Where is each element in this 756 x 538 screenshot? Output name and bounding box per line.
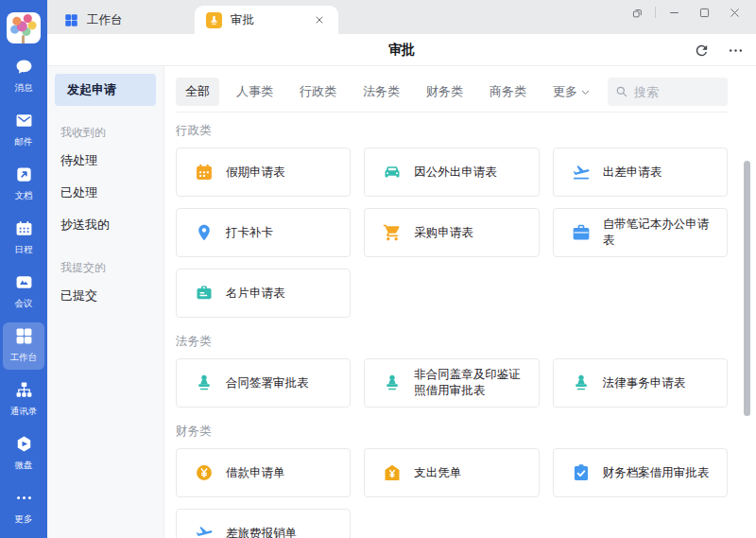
rail-item-more[interactable]: 更多	[3, 484, 44, 531]
app-window: 消息 邮件 文档 日程 会议 工作台 通讯录 微盘	[0, 0, 756, 538]
approval-stamp-icon	[206, 12, 222, 28]
form-card-label: 名片申请表	[226, 286, 285, 302]
form-card-label: 借款申请单	[226, 465, 285, 481]
car-icon	[383, 163, 402, 182]
search-icon	[615, 85, 628, 98]
card-grid-legal: 合同签署审批表 非合同盖章及印鉴证照借用审批表 法律事务申请表	[176, 358, 728, 408]
rail-item-meeting[interactable]: 会议	[3, 269, 44, 316]
content-area: 全部 人事类 行政类 法务类 财务类 商务类 更多 行政类	[164, 66, 756, 538]
form-card[interactable]: 非合同盖章及印鉴证照借用审批表	[364, 358, 539, 408]
filter-chip-legal[interactable]: 法务类	[353, 78, 409, 106]
category-filter-row: 全部 人事类 行政类 法务类 财务类 商务类 更多	[176, 78, 728, 106]
form-card[interactable]: 法律事务申请表	[553, 358, 728, 408]
form-card[interactable]: 支出凭单	[364, 448, 539, 497]
form-card[interactable]: 合同签署审批表	[176, 358, 351, 408]
form-card[interactable]: 名片申请表	[176, 269, 351, 318]
section-title-finance: 财务类	[176, 424, 728, 440]
voucher-yen-icon	[383, 463, 402, 482]
filter-chip-hr[interactable]: 人事类	[227, 78, 283, 106]
rail-item-label: 日程	[15, 244, 33, 256]
start-request-button[interactable]: 发起申请	[55, 74, 156, 106]
stamp-icon	[572, 373, 591, 392]
rail-item-label: 更多	[15, 513, 33, 526]
plane-icon	[195, 524, 214, 538]
rail-item-workspace[interactable]: 工作台	[3, 322, 44, 370]
sidebar-item-cc-me[interactable]: 抄送我的	[55, 209, 156, 241]
filter-more-label: 更多	[553, 83, 577, 100]
search-box[interactable]	[608, 78, 728, 106]
rail-item-label: 邮件	[15, 136, 33, 148]
main-area: 工作台 审批 审批	[47, 0, 756, 538]
form-card-label: 法律事务申请表	[603, 375, 686, 391]
form-card[interactable]: 借款申请单	[176, 448, 351, 497]
rail-item-contacts[interactable]: 通讯录	[3, 376, 44, 424]
drive-icon	[15, 435, 33, 457]
form-card[interactable]: 采购申请表	[364, 208, 539, 257]
tab-label: 工作台	[87, 12, 183, 28]
header-actions	[692, 34, 745, 66]
clipboard-check-icon	[572, 463, 591, 482]
location-pin-icon	[195, 223, 214, 242]
filter-chip-admin[interactable]: 行政类	[290, 78, 346, 106]
search-input[interactable]	[634, 85, 720, 99]
form-card-label: 因公外出申请表	[414, 165, 497, 181]
form-card[interactable]: 财务档案借用审批表	[553, 448, 728, 497]
vertical-scrollbar[interactable]	[744, 161, 750, 416]
avatar[interactable]	[7, 12, 41, 43]
maximize-icon[interactable]	[692, 3, 716, 22]
sidebar-item-submitted[interactable]: 已提交	[55, 280, 156, 312]
close-window-icon[interactable]	[722, 3, 747, 22]
approval-sidebar: 发起申请 我收到的 待处理 已处理 抄送我的 我提交的 已提交	[47, 66, 164, 538]
rail-item-messages[interactable]: 消息	[3, 53, 44, 100]
page-title: 审批	[388, 42, 415, 59]
rail-item-label: 消息	[15, 82, 33, 95]
form-card[interactable]: 因公外出申请表	[364, 148, 539, 197]
rail-item-drive[interactable]: 微盘	[3, 430, 44, 477]
rail-item-label: 微盘	[15, 460, 33, 472]
rail-item-label: 文档	[15, 190, 33, 202]
window-controls	[625, 3, 747, 22]
rail-item-mail[interactable]: 邮件	[3, 107, 44, 154]
document-arrow-icon	[15, 165, 33, 187]
rail-item-docs[interactable]: 文档	[3, 161, 44, 208]
form-card[interactable]: 自带笔记本办公申请表	[553, 208, 728, 257]
form-card[interactable]: 出差申请表	[553, 148, 728, 197]
form-card-label: 财务档案借用审批表	[603, 465, 710, 481]
refresh-icon[interactable]	[692, 41, 711, 60]
close-icon[interactable]	[312, 12, 327, 27]
form-card-label: 采购申请表	[414, 225, 473, 241]
ellipsis-icon	[15, 489, 33, 511]
filter-chip-all[interactable]: 全部	[176, 78, 219, 106]
namecard-icon	[195, 284, 214, 303]
form-card[interactable]: 差旅费报销单	[176, 509, 351, 538]
tab-label: 审批	[231, 12, 312, 28]
minimize-icon[interactable]	[662, 3, 686, 22]
org-chart-icon	[15, 381, 33, 403]
page-header: 审批	[47, 34, 756, 66]
filter-chip-more[interactable]: 更多	[543, 78, 600, 106]
form-card-label: 差旅费报销单	[226, 526, 297, 538]
calendar-icon	[15, 219, 33, 241]
form-card[interactable]: 假期申请表	[176, 148, 351, 197]
form-card-label: 出差申请表	[603, 165, 662, 181]
tab-workspace[interactable]: 工作台	[53, 6, 195, 34]
stamp-icon	[383, 373, 402, 392]
grid-icon	[15, 327, 33, 349]
chat-bubble-icon	[15, 58, 33, 79]
more-menu-icon[interactable]	[726, 41, 745, 60]
popout-window-icon[interactable]	[625, 3, 649, 22]
window-controls-separator	[655, 7, 656, 18]
tab-approval[interactable]: 审批	[195, 6, 338, 34]
grid-icon	[64, 13, 78, 27]
card-grid-finance: 借款申请单 支出凭单 财务档案借用审批表 差旅费报销单	[176, 448, 728, 538]
filter-chip-business[interactable]: 商务类	[480, 78, 536, 106]
form-card-label: 合同签署审批表	[226, 375, 309, 391]
rail-item-calendar[interactable]: 日程	[3, 215, 44, 262]
form-card[interactable]: 打卡补卡	[176, 208, 351, 257]
filter-chip-finance[interactable]: 财务类	[417, 78, 472, 106]
plane-icon	[572, 163, 591, 182]
app-rail: 消息 邮件 文档 日程 会议 工作台 通讯录 微盘	[0, 0, 47, 538]
sidebar-item-pending[interactable]: 待处理	[55, 145, 156, 177]
coin-yen-icon	[195, 463, 214, 482]
sidebar-item-processed[interactable]: 已处理	[55, 177, 156, 209]
